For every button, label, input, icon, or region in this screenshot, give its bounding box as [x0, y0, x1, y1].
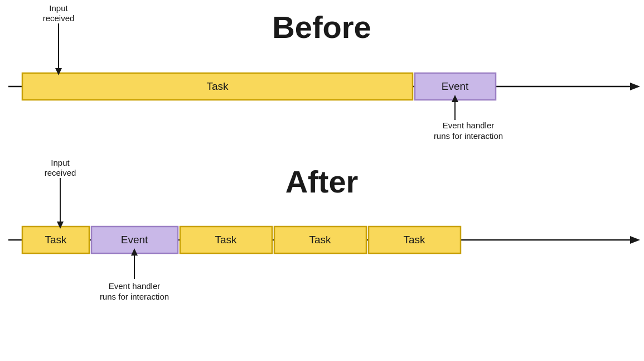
after-task4-label: Task [403, 234, 425, 246]
after-event-label: Event [121, 234, 148, 246]
before-task-label: Task [206, 80, 229, 92]
before-input-received-label: Input [49, 3, 68, 13]
before-event-label: Event [442, 80, 469, 92]
before-input-received-label2: received [43, 13, 75, 23]
after-task1-label: Task [45, 234, 67, 246]
after-task2-label: Task [215, 234, 237, 246]
before-event-handler-label2: runs for interaction [434, 131, 503, 141]
after-input-received-label: Input [51, 158, 70, 167]
before-event-handler-label: Event handler [443, 121, 495, 130]
after-title: After [285, 164, 359, 199]
after-task3-label: Task [309, 234, 331, 246]
after-input-received-label2: received [45, 168, 76, 177]
after-event-handler-label: Event handler [109, 281, 161, 291]
before-title: Before [272, 9, 371, 45]
after-event-handler-label2: runs for interaction [100, 292, 169, 301]
svg-marker-7 [630, 236, 640, 244]
svg-marker-1 [630, 83, 640, 90]
